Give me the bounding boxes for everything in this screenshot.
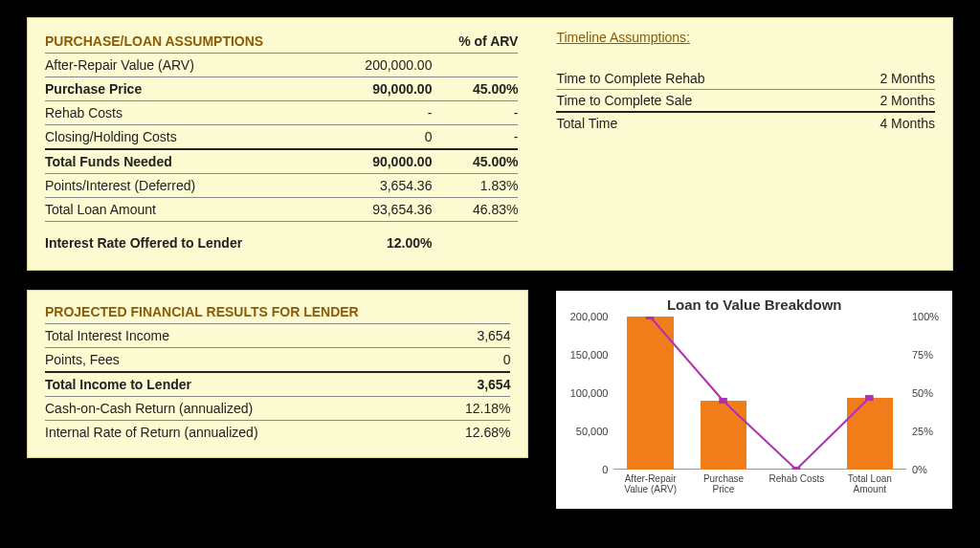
x-label: After-Repair Value (ARV): [618, 473, 682, 494]
y-right-tick: 100%: [912, 311, 939, 322]
row-closing-pct: -: [432, 125, 518, 150]
y-left-tick: 50,000: [566, 426, 608, 437]
row-rehab-label: Rehab Costs: [45, 101, 341, 125]
row-closing-value: 0: [341, 125, 432, 150]
y-right-tick: 75%: [912, 349, 933, 361]
y-right-tick: 50%: [912, 387, 933, 399]
res-fees-label: Points, Fees: [45, 347, 405, 372]
res-fees-value: 0: [405, 347, 510, 372]
row-points-value: 3,654.36: [341, 174, 432, 198]
row-points-pct: 1.83%: [432, 174, 518, 198]
y-right-tick: 25%: [912, 426, 933, 437]
row-arv-pct: [432, 54, 518, 77]
res-irr-value: 12.68%: [405, 420, 510, 444]
chart-title: Loan to Value Breakdown: [568, 296, 941, 313]
x-label: Purchase Price: [691, 473, 755, 494]
tl-rehab-value: 2 Months: [830, 68, 935, 90]
x-label: Total Loan Amount: [837, 473, 902, 494]
res-income-label: Total Income to Lender: [45, 372, 405, 397]
row-funds-label: Total Funds Needed: [45, 149, 341, 174]
results-panel: PROJECTED FINANCIAL RESULTS FOR LENDER T…: [27, 290, 528, 458]
bar: [847, 398, 893, 470]
row-points-label: Points/Interest (Deferred): [45, 174, 341, 198]
y-right-tick: 0%: [912, 464, 927, 475]
row-funds-value: 90,000.00: [341, 149, 432, 174]
res-coc-value: 12.18%: [405, 396, 510, 420]
loan-assumptions: PURCHASE/LOAN ASSUMPTIONS % of ARV After…: [45, 30, 518, 254]
results-title: PROJECTED FINANCIAL RESULTS FOR LENDER: [45, 300, 510, 324]
row-price-label: Purchase Price: [45, 77, 341, 101]
row-funds-pct: 45.00%: [432, 149, 518, 174]
pct-header: % of ARV: [432, 30, 518, 54]
res-interest-value: 3,654: [405, 323, 510, 347]
y-left-tick: 100,000: [566, 387, 608, 399]
y-left-tick: 0: [566, 464, 608, 475]
res-coc-label: Cash-on-Cash Return (annualized): [45, 396, 405, 420]
row-closing-label: Closing/Holding Costs: [45, 125, 341, 150]
assumptions-panel: PURCHASE/LOAN ASSUMPTIONS % of ARV After…: [27, 17, 953, 271]
ltv-chart: Loan to Value Breakdown 050,000100,00015…: [555, 290, 953, 510]
row-price-pct: 45.00%: [432, 77, 518, 101]
row-rate-value: 12.00%: [341, 231, 432, 254]
bar: [627, 317, 673, 470]
bar: [701, 401, 746, 470]
tl-total-value: 4 Months: [830, 112, 935, 134]
row-rate-label: Interest Rate Offered to Lender: [45, 231, 341, 254]
timeline-assumptions: Timeline Assumptions: Time to Complete R…: [556, 30, 935, 254]
res-irr-label: Internal Rate of Return (annualized): [45, 420, 405, 444]
tl-total-label: Total Time: [556, 112, 830, 134]
row-arv-value: 200,000.00: [341, 54, 432, 77]
row-total-loan-pct: 46.83%: [432, 198, 518, 222]
y-left-tick: 200,000: [566, 311, 608, 322]
timeline-title: Timeline Assumptions:: [556, 30, 935, 45]
row-rehab-pct: -: [432, 101, 518, 125]
row-total-loan-value: 93,654.36: [341, 198, 432, 222]
tl-sale-label: Time to Complete Sale: [556, 90, 830, 113]
x-label: Rehab Costs: [765, 473, 829, 494]
tl-rehab-label: Time to Complete Rehab: [556, 68, 830, 90]
row-total-loan-label: Total Loan Amount: [45, 198, 341, 222]
row-rehab-value: -: [341, 101, 432, 125]
row-price-value: 90,000.00: [341, 77, 432, 101]
y-left-tick: 150,000: [566, 349, 608, 361]
res-income-value: 3,654: [405, 372, 510, 397]
res-interest-label: Total Interest Income: [45, 323, 405, 347]
loan-title: PURCHASE/LOAN ASSUMPTIONS: [45, 30, 341, 54]
row-arv-label: After-Repair Value (ARV): [45, 54, 341, 77]
tl-sale-value: 2 Months: [830, 90, 935, 113]
